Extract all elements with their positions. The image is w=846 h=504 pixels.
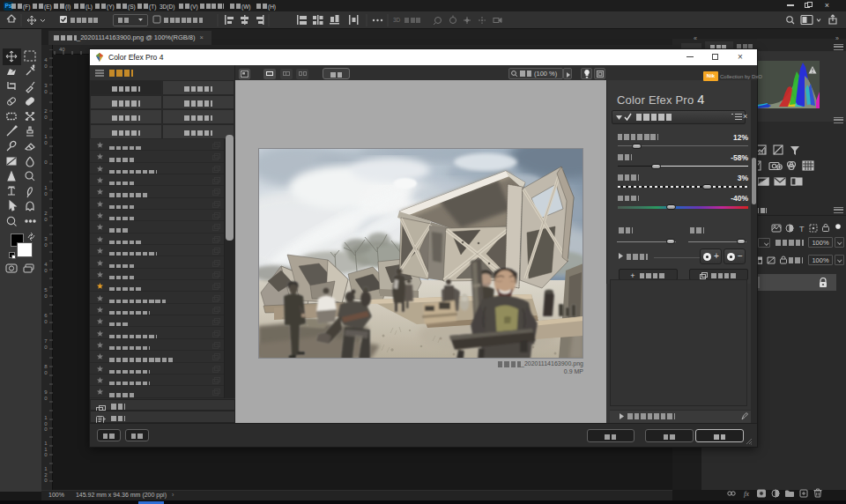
svg-text:3D: 3D: [393, 17, 401, 23]
svg-text:fx: fx: [744, 489, 749, 498]
svg-text:T: T: [799, 225, 805, 233]
